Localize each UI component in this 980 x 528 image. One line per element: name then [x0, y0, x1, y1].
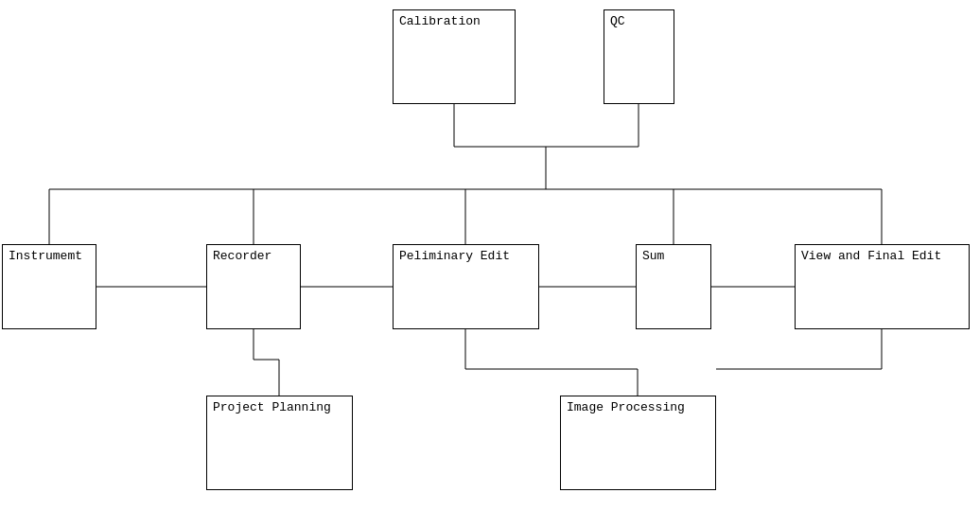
project-planning-node: Project Planning: [206, 396, 353, 490]
sum-node: Sum: [636, 244, 711, 329]
diagram-container: Calibration QC Instrumemt Recorder Pelim…: [0, 0, 980, 528]
recorder-node: Recorder: [206, 244, 301, 329]
image-processing-node: Image Processing: [560, 396, 716, 490]
peliminary-edit-node: Peliminary Edit: [393, 244, 539, 329]
view-final-edit-node: View and Final Edit: [795, 244, 970, 329]
instrument-node: Instrumemt: [2, 244, 96, 329]
calibration-node: Calibration: [393, 9, 516, 104]
qc-node: QC: [604, 9, 674, 104]
